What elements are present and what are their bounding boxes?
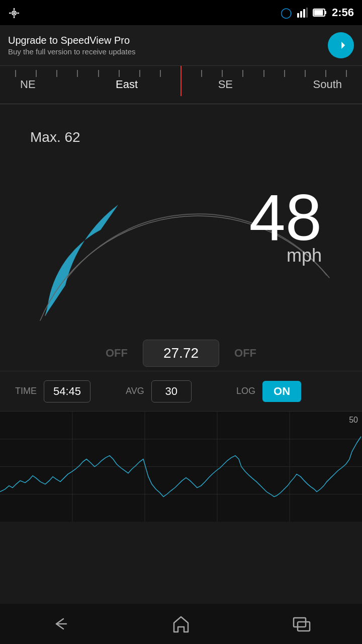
- compass-tick: [98, 70, 99, 77]
- signal-icon: [297, 7, 308, 18]
- location-icon: [8, 7, 20, 21]
- compass-label-ne: NE: [20, 78, 36, 91]
- log-toggle[interactable]: ON: [262, 381, 301, 402]
- odometer-value: 27.72: [143, 340, 219, 367]
- navigation-bar: [0, 604, 362, 644]
- compass-tick: [201, 70, 202, 77]
- svg-rect-8: [303, 9, 305, 18]
- banner-subtitle: Buy the full version to receive updates: [8, 47, 135, 56]
- upgrade-button[interactable]: [328, 32, 354, 58]
- compass-tick: [242, 70, 243, 77]
- svg-rect-7: [300, 11, 302, 18]
- avg-group: AVG 30: [126, 380, 236, 403]
- compass-tick: [263, 70, 264, 77]
- compass-bar: NE East SE South: [0, 66, 362, 104]
- odo-left-label: OFF: [106, 347, 128, 360]
- avg-value: 30: [151, 380, 192, 403]
- log-label: LOG: [236, 386, 255, 396]
- status-bar: ◯ 2:56: [0, 0, 362, 25]
- odo-right-label: OFF: [234, 347, 256, 360]
- svg-rect-9: [306, 8, 308, 18]
- compass-label-south: South: [313, 78, 342, 91]
- compass-tick: [15, 70, 16, 77]
- compass-tick: [284, 70, 285, 77]
- svg-rect-12: [314, 10, 323, 16]
- compass-tick: [325, 70, 326, 77]
- bluetooth-icon: ◯: [281, 7, 292, 19]
- time-group: TIME 54:45: [15, 380, 126, 403]
- compass-tick: [222, 70, 223, 77]
- avg-label: AVG: [126, 386, 144, 396]
- banner-title: Upgrade to SpeedView Pro: [8, 35, 135, 46]
- compass-tick: [77, 70, 78, 77]
- compass-tick: [56, 70, 57, 77]
- compass-tick: [36, 70, 37, 77]
- speed-value: 48: [249, 185, 322, 250]
- chart-svg: [0, 412, 362, 522]
- back-button[interactable]: [49, 613, 71, 635]
- chart-area: 50: [0, 411, 362, 522]
- banner-text: Upgrade to SpeedView Pro Buy the full ve…: [8, 35, 135, 56]
- speedometer-area: Max. 62 48 mph: [0, 104, 362, 336]
- compass-tick: [160, 70, 161, 77]
- speed-display: 48 mph: [249, 185, 322, 266]
- odometer-row: OFF 27.72 OFF: [0, 336, 362, 371]
- stats-row: TIME 54:45 AVG 30 LOG ON: [0, 371, 362, 411]
- compass-label-east: East: [116, 78, 138, 91]
- compass-tick: [139, 70, 140, 77]
- compass-tick: [346, 70, 347, 77]
- time-label: TIME: [15, 386, 37, 396]
- chart-max-label: 50: [349, 416, 358, 425]
- compass-needle: [180, 66, 182, 96]
- compass-tick: [119, 70, 120, 77]
- svg-rect-6: [297, 13, 299, 18]
- upgrade-banner: Upgrade to SpeedView Pro Buy the full ve…: [0, 25, 362, 66]
- recent-apps-button[interactable]: [291, 613, 313, 635]
- status-time: 2:56: [332, 6, 354, 19]
- time-value: 54:45: [44, 380, 90, 403]
- svg-rect-11: [325, 11, 326, 14]
- battery-icon: [313, 8, 327, 17]
- log-group[interactable]: LOG ON: [236, 381, 347, 402]
- compass-label-se: SE: [218, 78, 233, 91]
- home-button[interactable]: [170, 613, 192, 635]
- svg-point-5: [14, 13, 15, 14]
- compass-tick: [305, 70, 306, 77]
